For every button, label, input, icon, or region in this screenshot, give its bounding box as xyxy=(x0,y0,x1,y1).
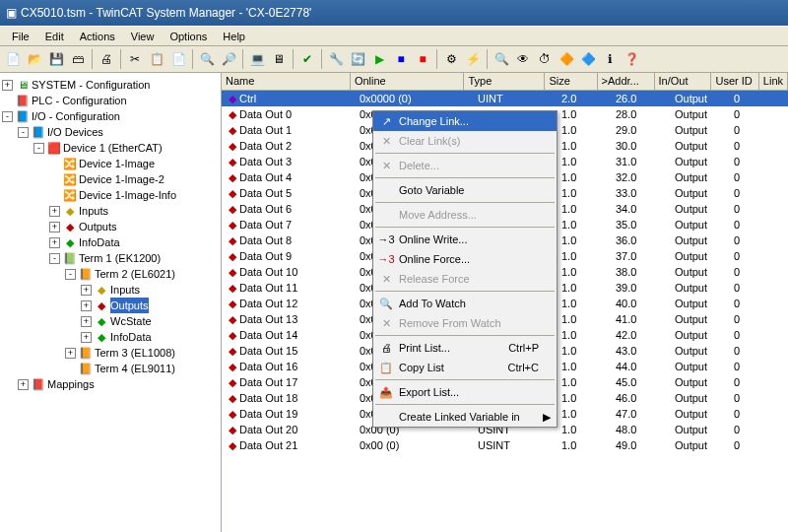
stop-button[interactable]: ■ xyxy=(390,48,412,70)
tree-node[interactable]: 📕PLC - Configuration xyxy=(2,93,219,108)
tree-node[interactable]: +📙Term 3 (EL1008) xyxy=(2,345,219,361)
variable-name-cell: ◆Data Out 19 xyxy=(222,408,356,421)
tree-node[interactable]: +◆Outputs xyxy=(2,219,219,234)
run-button[interactable]: ▶ xyxy=(368,48,390,70)
collapse-icon[interactable]: - xyxy=(49,253,60,264)
expand-icon[interactable]: + xyxy=(49,222,60,233)
copy-button[interactable]: 📋 xyxy=(146,48,167,70)
tree-node[interactable]: -🟥Device 1 (EtherCAT) xyxy=(2,140,219,156)
toolbar[interactable]: 📄 📂 💾 🗃 🖨 ✂ 📋 📄 🔍 🔎 💻 🖥 ✔ 🔧 🔄 ▶ ■ ■ ⚙ ⚡ … xyxy=(0,45,788,73)
expand-icon[interactable]: + xyxy=(49,206,60,217)
column-header[interactable]: Name xyxy=(222,73,351,90)
new-button[interactable]: 📄 xyxy=(2,48,24,70)
column-header[interactable]: Size xyxy=(545,73,597,90)
expand-icon[interactable]: + xyxy=(18,379,29,390)
tool-b-button[interactable]: 🔷 xyxy=(577,48,599,70)
expand-icon[interactable]: + xyxy=(49,237,60,248)
tree-node[interactable]: +◆Inputs xyxy=(2,203,219,219)
watch-button[interactable]: 👁 xyxy=(512,48,534,70)
restart-button[interactable]: ■ xyxy=(412,48,433,70)
collapse-icon[interactable]: - xyxy=(33,143,44,154)
expand-icon[interactable]: + xyxy=(2,80,13,91)
menu-item[interactable]: 📤Export List... xyxy=(373,382,557,402)
tree-node[interactable]: 🔀Device 1-Image-2 xyxy=(2,171,219,187)
variable-icon: ◆ xyxy=(226,156,239,168)
tree-node[interactable]: +📕Mappings xyxy=(2,376,219,392)
menu-item[interactable]: 🖨Print List...Ctrl+P xyxy=(373,338,557,358)
tree-panel[interactable]: +🖥SYSTEM - Configuration📕PLC - Configura… xyxy=(0,73,222,532)
column-header[interactable]: Type xyxy=(464,73,545,90)
expand-icon[interactable]: + xyxy=(81,332,92,343)
help-button[interactable]: ❓ xyxy=(621,48,642,70)
column-header[interactable]: User ID xyxy=(711,73,758,90)
menu-item[interactable]: 🔍Add To Watch xyxy=(373,294,557,313)
reload-button[interactable]: 🔄 xyxy=(347,48,368,70)
save-all-button[interactable]: 🗃 xyxy=(67,48,89,70)
menu-view[interactable]: View xyxy=(123,29,163,44)
column-header[interactable]: >Addr... xyxy=(598,73,655,90)
info-button[interactable]: ℹ xyxy=(599,48,621,70)
time-button[interactable]: ⏱ xyxy=(534,48,556,70)
tree-node[interactable]: -📘I/O - Configuration xyxy=(2,108,219,124)
device-button[interactable]: 💻 xyxy=(246,48,268,70)
menu-item[interactable]: Create Linked Variable in▶ xyxy=(373,407,557,427)
find-next-button[interactable]: 🔎 xyxy=(218,48,239,70)
menu-options[interactable]: Options xyxy=(162,29,215,44)
menu-bar[interactable]: FileEditActionsViewOptionsHelp xyxy=(0,26,788,45)
tree-node[interactable]: +◆InfoData xyxy=(2,329,219,345)
context-menu[interactable]: ↗Change Link...✕Clear Link(s)✕Delete...G… xyxy=(372,110,558,428)
tree-node[interactable]: 📙Term 4 (EL9011) xyxy=(2,361,219,376)
find-button[interactable]: 🔍 xyxy=(196,48,218,70)
save-button[interactable]: 💾 xyxy=(45,48,67,70)
tree-node[interactable]: -📗Term 1 (EK1200) xyxy=(2,250,219,266)
menu-item[interactable]: →3Online Write... xyxy=(373,230,557,249)
expand-icon[interactable]: + xyxy=(81,300,92,311)
tool-a-button[interactable]: 🔶 xyxy=(556,48,577,70)
tree-node[interactable]: +◆Inputs xyxy=(2,282,219,298)
menu-edit[interactable]: Edit xyxy=(37,29,72,44)
collapse-icon[interactable]: - xyxy=(2,111,13,122)
menu-help[interactable]: Help xyxy=(215,29,253,44)
variable-name-cell: ◆Data Out 15 xyxy=(222,345,356,358)
column-header[interactable]: Online xyxy=(351,73,465,90)
inout-cell: Output xyxy=(671,424,730,435)
menu-item[interactable]: 📋Copy ListCtrl+C xyxy=(373,358,557,377)
check-button[interactable]: ✔ xyxy=(296,48,318,70)
target-button[interactable]: 🖥 xyxy=(268,48,290,70)
tree-node[interactable]: 🔀Device 1-Image xyxy=(2,156,219,171)
open-button[interactable]: 📂 xyxy=(24,48,45,70)
menu-item[interactable]: Goto Variable xyxy=(373,180,557,200)
scan-button[interactable]: 🔧 xyxy=(325,48,347,70)
column-header[interactable]: In/Out xyxy=(655,73,712,90)
expand-icon[interactable]: + xyxy=(81,285,92,296)
expand-icon[interactable]: + xyxy=(81,316,92,327)
column-header[interactable]: Link xyxy=(759,73,788,90)
menu-item[interactable]: ↗Change Link... xyxy=(373,111,557,131)
tree-node[interactable]: +◆InfoData xyxy=(2,234,219,250)
collapse-icon[interactable]: - xyxy=(65,269,76,280)
paste-button[interactable]: 📄 xyxy=(167,48,189,70)
zoom-button[interactable]: 🔍 xyxy=(491,48,512,70)
menu-file[interactable]: File xyxy=(4,29,37,44)
activate-button[interactable]: ⚡ xyxy=(462,48,484,70)
menu-item-icon: →3 xyxy=(377,253,395,265)
list-header[interactable]: NameOnlineTypeSize>Addr...In/OutUser IDL… xyxy=(222,73,788,91)
variable-list-panel[interactable]: NameOnlineTypeSize>Addr...In/OutUser IDL… xyxy=(222,73,788,532)
config-button[interactable]: ⚙ xyxy=(440,48,462,70)
tree-node[interactable]: +◆Outputs xyxy=(2,298,219,313)
tree-node[interactable]: +◆WcState xyxy=(2,313,219,329)
menu-actions[interactable]: Actions xyxy=(72,29,123,44)
tree-node[interactable]: -📙Term 2 (EL6021) xyxy=(2,266,219,282)
variable-row[interactable]: ◆Data Out 210x00 (0)USINT1.049.0Output0 xyxy=(222,437,788,453)
inout-cell: Output xyxy=(671,171,730,183)
variable-icon: ◆ xyxy=(226,424,239,436)
print-button[interactable]: 🖨 xyxy=(96,48,117,70)
cut-button[interactable]: ✂ xyxy=(124,48,146,70)
tree-node[interactable]: -📘I/O Devices xyxy=(2,124,219,140)
tree-node[interactable]: +🖥SYSTEM - Configuration xyxy=(2,77,219,93)
collapse-icon[interactable]: - xyxy=(18,127,29,138)
tree-node[interactable]: 🔀Device 1-Image-Info xyxy=(2,187,219,203)
expand-icon[interactable]: + xyxy=(65,348,76,359)
variable-row[interactable]: ◆Ctrl0x0000 (0)UINT2.026.0Output0 xyxy=(222,91,788,106)
menu-item[interactable]: →3Online Force... xyxy=(373,249,557,269)
